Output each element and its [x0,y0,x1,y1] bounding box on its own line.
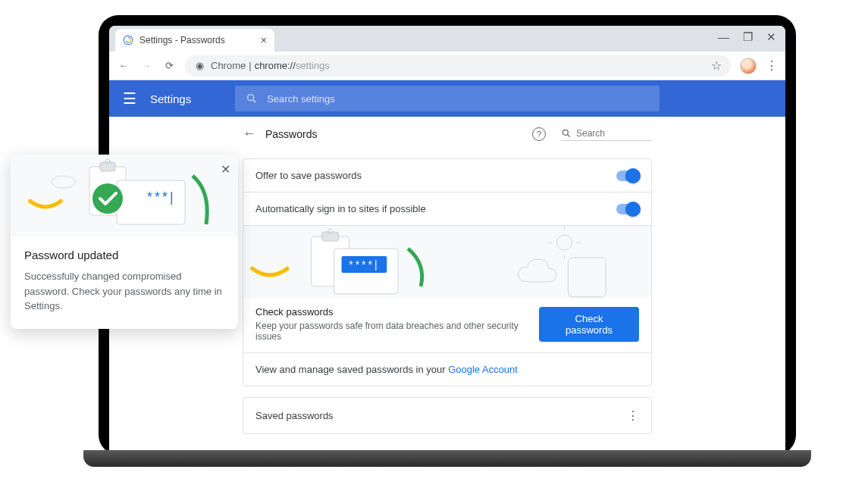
auto-signin-toggle[interactable] [616,204,639,214]
omnibox-scheme: chrome:// [255,60,296,71]
browser-tab[interactable]: Settings - Passwords × [115,29,274,52]
page-title: Passwords [265,128,523,140]
notification-illustration: ***| ✕ [11,155,238,236]
tab-strip: Settings - Passwords × — ❐ ✕ [109,26,785,52]
check-passwords-button[interactable]: Check passwords [539,307,639,342]
tab-title: Settings - Passwords [139,35,255,45]
check-passwords-illustration: ****| [243,226,651,299]
svg-point-22 [92,183,123,214]
svg-line-4 [568,135,570,137]
svg-point-17 [52,176,76,188]
help-icon[interactable]: ? [532,127,546,141]
nav-back-icon[interactable]: ← [117,59,130,73]
search-icon [246,92,258,105]
notification-close-icon[interactable]: ✕ [221,162,230,177]
site-info-icon[interactable]: ◉ [194,61,205,71]
check-passwords-title: Check passwords [255,306,539,318]
svg-rect-16 [568,258,606,297]
saved-passwords-card: Saved passwords ⋮ [243,397,652,434]
search-icon [561,128,572,139]
omnibox-text: Chrome | chrome:// settings [211,60,330,71]
window-restore-icon[interactable]: ❐ [743,30,753,44]
offer-save-row: Offer to save passwords [243,159,651,192]
appbar-title: Settings [150,92,191,105]
google-favicon-icon [123,35,133,45]
offer-save-label: Offer to save passwords [255,170,362,181]
notification-body: Successfully changed compromised passwor… [24,269,224,314]
omnibox[interactable]: ◉ Chrome | chrome:// settings ☆ [185,55,731,77]
svg-text:***|: ***| [147,189,176,205]
settings-search-input[interactable] [267,93,649,105]
nav-forward-icon: → [139,59,153,73]
page-search-box[interactable] [561,127,652,141]
saved-passwords-header: Saved passwords ⋮ [243,398,651,433]
notification-title: Password updated [24,249,224,261]
saved-passwords-label: Saved passwords [255,410,334,421]
profile-avatar[interactable] [740,58,757,74]
svg-text:****|: ****| [349,258,379,271]
window-close-icon[interactable]: ✕ [766,30,776,44]
password-updated-notification: ***| ✕ Password updated Successfully cha… [11,155,238,329]
svg-point-1 [248,95,254,101]
offer-save-toggle[interactable] [616,171,639,181]
omnibox-label: Chrome [211,60,246,71]
tab-close-icon[interactable]: × [261,34,267,46]
svg-point-3 [562,130,568,135]
saved-passwords-menu-icon[interactable]: ⋮ [627,408,639,423]
google-account-link[interactable]: Google Account [448,364,518,375]
browser-toolbar: ← → ⟳ ◉ Chrome | chrome:// settings ☆ ⋮ [109,52,785,80]
omnibox-separator: | [249,60,251,71]
password-settings-card: Offer to save passwords Automatically si… [243,158,652,386]
page-search-input[interactable] [576,127,652,140]
settings-appbar: ☰ Settings [109,80,785,117]
manage-passwords-prefix: View and manage saved passwords in your [255,364,448,375]
bookmark-star-icon[interactable]: ☆ [711,58,722,73]
hamburger-menu-icon[interactable]: ☰ [123,89,136,108]
check-passwords-row: Check passwords Keep your passwords safe… [243,299,651,352]
nav-reload-icon[interactable]: ⟳ [162,59,176,73]
settings-search-box[interactable] [235,86,660,111]
svg-line-2 [253,100,255,102]
window-controls: — ❐ ✕ [718,30,776,44]
auto-signin-row: Automatically sign in to sites if possib… [243,192,651,226]
window-minimize-icon[interactable]: — [718,30,729,44]
svg-point-11 [556,235,572,250]
browser-menu-icon[interactable]: ⋮ [766,58,778,73]
laptop-base [83,450,811,467]
check-passwords-subtitle: Keep your passwords safe from data breac… [255,321,539,342]
manage-passwords-row: View and manage saved passwords in your … [243,352,651,386]
page-back-icon[interactable]: ← [243,126,256,142]
omnibox-path: settings [296,60,330,71]
page-header: ← Passwords ? [243,117,652,151]
auto-signin-label: Automatically sign in to sites if possib… [255,203,426,214]
